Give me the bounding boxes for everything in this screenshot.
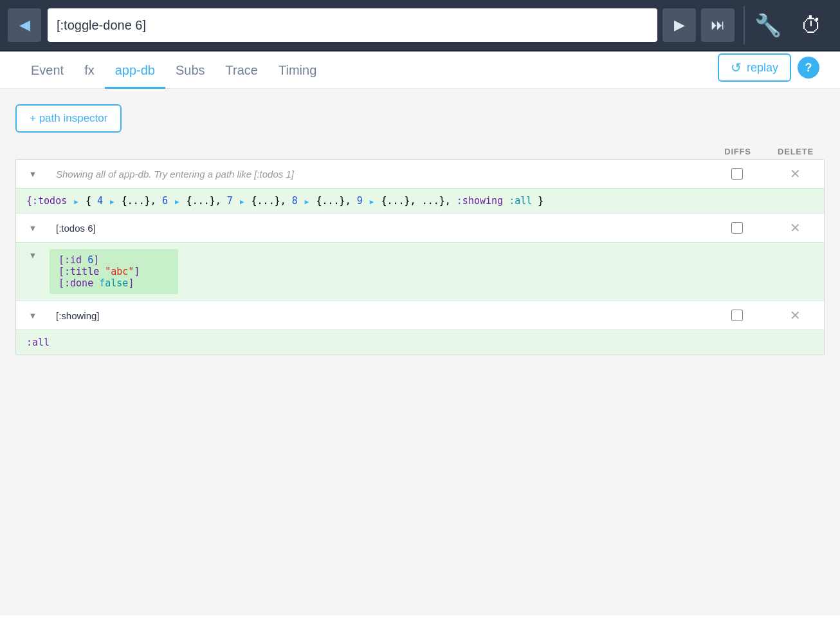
row0-path-input[interactable] <box>50 161 708 187</box>
row0-toggle[interactable] <box>16 160 50 188</box>
replay-label: replay <box>747 61 778 75</box>
key-9: 9 <box>357 195 369 207</box>
diffs-checkbox-0[interactable] <box>731 168 743 180</box>
event-input[interactable] <box>48 8 657 42</box>
col-header-diffs: DIFFS <box>709 147 767 156</box>
help-button[interactable]: ? <box>798 57 819 79</box>
showing-all-value: :all <box>26 337 50 348</box>
expand-icon-6[interactable] <box>174 195 181 207</box>
add-path-button[interactable]: + path inspector <box>15 104 122 133</box>
toolbar-divider <box>744 6 745 44</box>
expand-icon-7[interactable] <box>239 195 246 207</box>
back-button[interactable]: ◀ <box>8 8 41 42</box>
expand-icon-8[interactable] <box>304 195 311 207</box>
expand-icon-9[interactable] <box>369 195 376 207</box>
column-headers: DIFFS DELETE <box>15 144 825 159</box>
key-6: 6 <box>162 195 174 207</box>
chevron-down-icon <box>29 169 37 179</box>
app-db-data-row: {:todos { 4 {...}, 6 {...}, 7 {...}, 8 {… <box>16 188 824 213</box>
row0-diffs-checkbox[interactable] <box>708 168 766 180</box>
expand-icon-4[interactable] <box>109 195 116 207</box>
table-row <box>16 160 824 188</box>
val-9: {...}, ...}, <box>375 195 456 207</box>
chevron-down-icon <box>29 223 37 233</box>
done-line: [:done false] <box>59 277 169 289</box>
play-button[interactable]: ▶ <box>662 8 696 42</box>
key-8: 8 <box>292 195 304 207</box>
todos-map-open: { <box>80 195 91 207</box>
main-panel: Event fx app-db Subs Trace Timing ↺ repl… <box>0 51 840 623</box>
expand-icon-todos[interactable] <box>73 195 80 207</box>
play-icon: ▶ <box>674 17 685 33</box>
key-4: 4 <box>97 195 109 207</box>
tab-trace[interactable]: Trace <box>215 51 268 89</box>
row1-path-input[interactable] <box>50 215 708 241</box>
close-icon <box>790 220 801 236</box>
replay-icon: ↺ <box>731 60 742 75</box>
tab-subs[interactable]: Subs <box>165 51 215 89</box>
close-icon <box>790 166 801 181</box>
wrench-button[interactable]: 🔧 <box>747 5 789 46</box>
key-7: 7 <box>227 195 239 207</box>
row1-delete-button[interactable] <box>766 220 824 236</box>
table-row <box>16 213 824 242</box>
tab-app-db[interactable]: app-db <box>105 51 165 89</box>
replay-button[interactable]: ↺ replay <box>718 53 791 82</box>
showing-data-row: :all <box>16 330 824 355</box>
row2-delete-button[interactable] <box>766 308 824 323</box>
tab-bar: Event fx app-db Subs Trace Timing ↺ repl… <box>0 51 840 89</box>
diffs-checkbox-2[interactable] <box>731 310 743 321</box>
toolbar: ◀ ▶ ⏭ 🔧 ⏱ <box>0 0 840 51</box>
table-row <box>16 301 824 330</box>
tab-bar-actions: ↺ replay ? <box>718 53 819 88</box>
tab-event[interactable]: Event <box>21 51 74 89</box>
speedometer-icon: ⏱ <box>801 13 823 38</box>
skip-button[interactable]: ⏭ <box>701 8 735 42</box>
val-8: {...}, <box>310 195 356 207</box>
diffs-checkbox-1[interactable] <box>731 222 743 234</box>
tab-fx[interactable]: fx <box>74 51 105 89</box>
showing-keyword: :showing <box>457 195 509 207</box>
speedometer-button[interactable]: ⏱ <box>791 5 832 46</box>
tab-timing[interactable]: Timing <box>268 51 327 89</box>
wrench-icon: 🔧 <box>754 12 781 38</box>
content-area: + path inspector DIFFS DELETE <box>0 89 840 615</box>
id-line: [:id 6] <box>59 254 169 266</box>
col-header-delete: DELETE <box>767 147 825 156</box>
collapse-icon[interactable] <box>30 250 35 260</box>
row2-path-input[interactable] <box>50 302 708 329</box>
inspector-table: {:todos { 4 {...}, 6 {...}, 7 {...}, 8 {… <box>15 159 825 355</box>
all-value: :all <box>509 195 532 207</box>
map-close: } <box>538 195 543 207</box>
todos-6-data-row: [:id 6] [:title "abc"] [:done false] <box>16 242 824 301</box>
title-line: [:title "abc"] <box>59 266 169 277</box>
row2-diffs-checkbox[interactable] <box>708 310 766 321</box>
skip-icon: ⏭ <box>711 17 725 33</box>
row0-delete-button[interactable] <box>766 166 824 181</box>
row1-toggle[interactable] <box>16 214 50 242</box>
val-7: {...}, <box>246 195 292 207</box>
val-4: {...}, <box>116 195 162 207</box>
close-icon <box>790 308 801 323</box>
todos-keyword: {:todos <box>26 195 73 207</box>
row1-diffs-checkbox[interactable] <box>708 222 766 234</box>
back-icon: ◀ <box>19 17 30 33</box>
row2-toggle[interactable] <box>16 301 50 330</box>
val-6: {...}, <box>181 195 227 207</box>
chevron-down-icon <box>29 310 37 321</box>
